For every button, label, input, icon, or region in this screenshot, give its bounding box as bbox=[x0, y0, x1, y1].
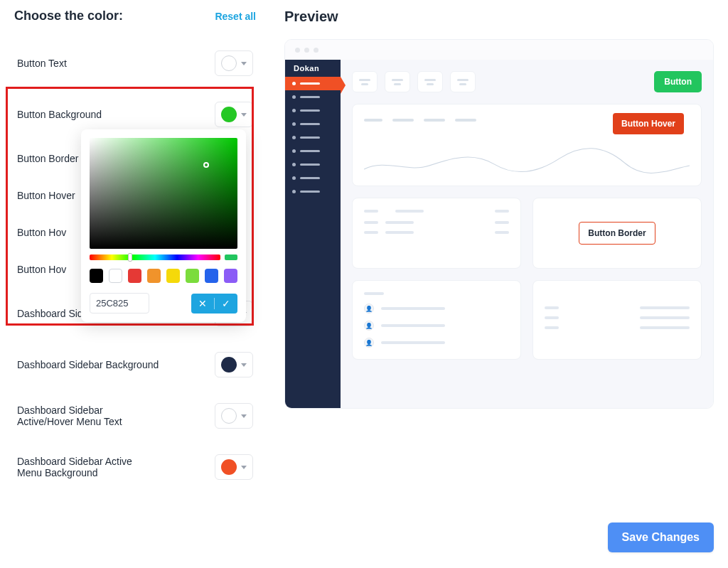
sidebar-item[interactable] bbox=[285, 171, 341, 185]
picker-actions: ✕ ✓ bbox=[191, 294, 237, 314]
skel-line bbox=[395, 210, 424, 213]
swatch-sidebar-background[interactable] bbox=[215, 352, 253, 377]
section-title: Choose the color: bbox=[14, 9, 123, 23]
skel-line bbox=[364, 119, 382, 122]
sidebar-item[interactable] bbox=[285, 158, 341, 171]
row-sidebar-active-bg: Dashboard Sidebar Active Menu Background bbox=[14, 441, 256, 493]
chevron-down-icon bbox=[241, 363, 247, 367]
palette-swatch[interactable] bbox=[186, 269, 199, 283]
window-dot bbox=[304, 48, 309, 53]
row-label: Button Hover bbox=[17, 190, 75, 201]
preview-border-card: Button Border bbox=[532, 198, 702, 269]
row-label: Button Background bbox=[17, 109, 102, 120]
brand-label: Dokan bbox=[285, 60, 341, 77]
window-dot bbox=[314, 48, 318, 53]
gradient-cursor[interactable] bbox=[203, 162, 209, 168]
preview-top-cards: Button bbox=[352, 71, 702, 92]
mini-card bbox=[385, 71, 410, 92]
row-sidebar-background: Dashboard Sidebar Background bbox=[14, 339, 256, 390]
sidebar-item[interactable] bbox=[285, 185, 341, 198]
close-icon: ✕ bbox=[198, 298, 207, 309]
palette-swatch[interactable] bbox=[128, 269, 141, 283]
bar-icon bbox=[300, 164, 320, 166]
dot-icon bbox=[292, 109, 296, 112]
mini-card bbox=[450, 71, 476, 92]
chevron-down-icon bbox=[241, 414, 247, 418]
picker-cancel-button[interactable]: ✕ bbox=[191, 294, 214, 314]
save-changes-button[interactable]: Save Changes bbox=[608, 523, 714, 552]
row-label: Dashboard Sidebar Active/Hover Menu Text bbox=[17, 404, 159, 427]
preview-title: Preview bbox=[284, 9, 714, 25]
dot-icon bbox=[292, 176, 296, 180]
avatar-icon: 👤 bbox=[364, 321, 374, 331]
check-icon: ✓ bbox=[222, 298, 230, 309]
sidebar-item[interactable] bbox=[285, 90, 341, 104]
saturation-gradient[interactable] bbox=[90, 138, 237, 249]
palette-swatch[interactable] bbox=[90, 269, 103, 283]
sidebar-item[interactable] bbox=[285, 117, 341, 131]
preview-window: Dokan bbox=[284, 39, 714, 409]
sidebar-item[interactable] bbox=[285, 104, 341, 117]
avatar-icon: 👤 bbox=[364, 338, 374, 348]
preview-lines-card bbox=[532, 280, 702, 360]
preview-sidebar: Dokan bbox=[285, 60, 341, 408]
dot-icon bbox=[292, 190, 296, 193]
palette-swatch[interactable] bbox=[147, 269, 161, 283]
swatch-button-background[interactable] bbox=[215, 102, 253, 127]
chevron-down-icon bbox=[241, 62, 247, 65]
chevron-down-icon bbox=[241, 466, 247, 469]
row-label: Dashboard Sidebar Background bbox=[17, 359, 159, 370]
palette-swatch[interactable] bbox=[166, 269, 180, 283]
reset-all-link[interactable]: Reset all bbox=[215, 11, 256, 22]
dot-icon bbox=[292, 163, 296, 166]
bar-icon bbox=[300, 177, 320, 179]
avatar-icon: 👤 bbox=[364, 304, 374, 314]
swatch-sidebar-active-bg[interactable] bbox=[215, 454, 253, 480]
palette-swatch[interactable] bbox=[109, 269, 122, 283]
dot-icon bbox=[292, 149, 296, 153]
dot-icon bbox=[292, 122, 296, 126]
current-hue-chip bbox=[225, 254, 237, 260]
preview-chart-card: Button Hover bbox=[352, 104, 702, 186]
swatch-circle bbox=[221, 55, 237, 71]
skel-line bbox=[495, 210, 509, 213]
row-label: Button Border bbox=[17, 153, 78, 164]
mini-card bbox=[352, 71, 378, 92]
sidebar-item[interactable] bbox=[285, 77, 341, 90]
skel-line bbox=[364, 292, 384, 295]
color-picker-popover: ✕ ✓ bbox=[81, 129, 246, 322]
preview-button-border[interactable]: Button Border bbox=[579, 222, 655, 245]
swatch-button-text[interactable] bbox=[215, 50, 253, 76]
chevron-down-icon bbox=[241, 113, 247, 117]
skel-line bbox=[424, 119, 445, 122]
preview-user-card: 👤 👤 👤 bbox=[352, 280, 521, 360]
hex-input[interactable] bbox=[90, 293, 149, 314]
swatch-circle bbox=[221, 459, 237, 475]
swatch-sidebar-active-text[interactable] bbox=[215, 403, 253, 429]
skel-line bbox=[392, 119, 414, 122]
mini-card bbox=[417, 71, 443, 92]
palette-swatch[interactable] bbox=[224, 269, 237, 283]
hue-slider-handle[interactable] bbox=[128, 253, 132, 262]
picker-confirm-button[interactable]: ✓ bbox=[215, 294, 237, 314]
hue-slider-bar[interactable] bbox=[90, 254, 220, 260]
swatch-circle bbox=[221, 357, 237, 373]
preview-button-hover[interactable]: Button Hover bbox=[613, 113, 684, 134]
dot-icon bbox=[292, 136, 296, 139]
row-label: Button Hov bbox=[17, 227, 66, 238]
preview-button[interactable]: Button bbox=[654, 71, 702, 92]
swatch-circle bbox=[221, 107, 237, 122]
row-button-text: Button Text bbox=[14, 38, 256, 89]
sidebar-item[interactable] bbox=[285, 144, 341, 158]
bar-icon bbox=[300, 96, 320, 98]
palette-swatch[interactable] bbox=[205, 269, 218, 283]
row-label: Dashboard Sidebar Active Menu Background bbox=[17, 456, 159, 478]
preview-list-card bbox=[352, 198, 521, 269]
bar-icon bbox=[300, 82, 320, 85]
swatch-circle bbox=[221, 408, 237, 424]
sidebar-item[interactable] bbox=[285, 131, 341, 144]
row-sidebar-active-text: Dashboard Sidebar Active/Hover Menu Text bbox=[14, 390, 256, 441]
bar-icon bbox=[300, 191, 320, 193]
row-label: Button Hov bbox=[17, 264, 66, 275]
dot-icon bbox=[292, 82, 296, 85]
